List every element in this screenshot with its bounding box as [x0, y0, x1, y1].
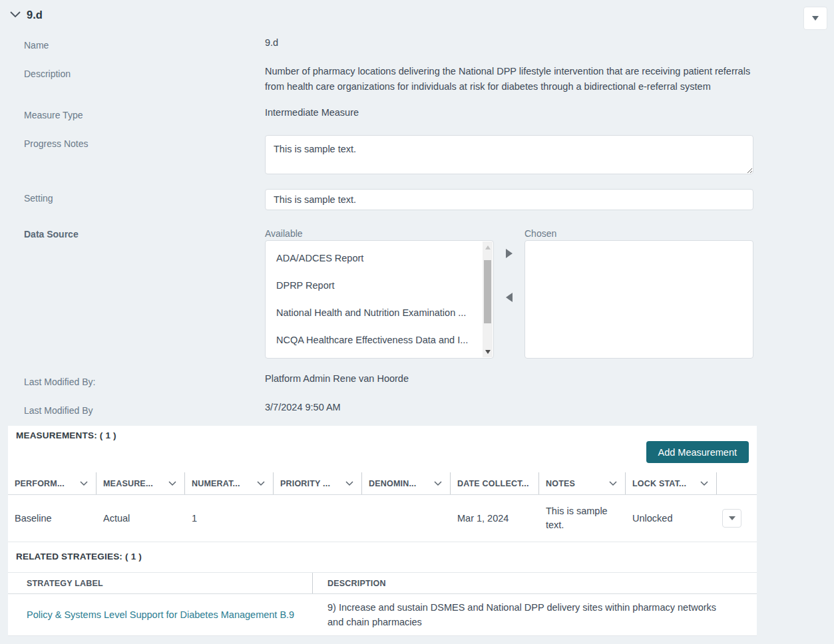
- header-menu-button[interactable]: [803, 7, 827, 30]
- cell-numerator: 1: [185, 512, 274, 526]
- chevron-down-icon: [609, 481, 617, 486]
- column-header-measure[interactable]: MEASURE...: [97, 472, 185, 494]
- cell-actions: [717, 509, 757, 528]
- cell-lock-status: Unlocked: [626, 512, 717, 526]
- last-modified-date-value: 3/7/2024 9:50 AM: [265, 402, 341, 412]
- related-strategies-header: STRATEGY LABEL DESCRIPTION: [8, 572, 757, 594]
- available-item[interactable]: NCQA Healthcare Effectiveness Data and I…: [266, 327, 480, 354]
- chosen-label: Chosen: [524, 228, 556, 239]
- chevron-down-icon: [434, 481, 442, 486]
- related-strategies-section-title: RELATED STRATEGIES: ( 1 ): [16, 552, 142, 562]
- name-value: 9.d: [265, 37, 278, 48]
- description-label: Description: [24, 69, 71, 79]
- column-header-actions: [717, 472, 757, 494]
- name-label: Name: [24, 40, 49, 51]
- available-item[interactable]: National Health and Nutrition Examinatio…: [266, 299, 480, 327]
- collapse-chevron-icon[interactable]: [9, 9, 21, 20]
- caret-down-icon: [812, 16, 819, 21]
- available-item[interactable]: DPRP Report: [266, 272, 480, 299]
- chevron-down-icon: [700, 481, 708, 486]
- related-strategy-row: Policy & Systems Level Support for Diabe…: [8, 594, 757, 636]
- measurements-table: PERFORM... MEASURE... NUMERAT... PRIORIT…: [8, 472, 757, 542]
- column-header-denominator[interactable]: DENOMIN...: [362, 472, 451, 494]
- strategy-link[interactable]: Policy & Systems Level Support for Diabe…: [27, 609, 294, 620]
- cell-date-collected: Mar 1, 2024: [451, 512, 539, 526]
- chevron-down-icon: [257, 481, 265, 486]
- measurements-panel: MEASUREMENTS: ( 1 ) Add Measurement PERF…: [8, 426, 757, 636]
- last-modified-by-label: Last Modified By:: [24, 377, 95, 387]
- measure-type-value: Intermediate Measure: [265, 107, 359, 118]
- move-left-button[interactable]: [506, 293, 513, 302]
- scroll-down-icon[interactable]: [483, 346, 493, 357]
- move-right-button[interactable]: [506, 249, 513, 258]
- setting-label: Setting: [24, 193, 53, 204]
- scroll-up-icon[interactable]: [483, 242, 493, 253]
- column-header-lock-status[interactable]: LOCK STAT...: [626, 472, 717, 494]
- column-header-numerator[interactable]: NUMERAT...: [185, 472, 274, 494]
- measurements-table-header: PERFORM... MEASURE... NUMERAT... PRIORIT…: [8, 472, 757, 495]
- chosen-listbox[interactable]: [524, 240, 753, 359]
- strategy-description: 9) Increase and sustain DSMES and Nation…: [313, 594, 757, 635]
- section-title: 9.d: [27, 9, 43, 21]
- column-header-strategy-label: STRATEGY LABEL: [8, 573, 313, 593]
- column-header-performance[interactable]: PERFORM...: [8, 472, 97, 494]
- progress-notes-label: Progress Notes: [24, 138, 88, 149]
- measure-type-label: Measure Type: [24, 110, 83, 120]
- column-header-notes[interactable]: NOTES: [539, 472, 626, 494]
- column-header-description: DESCRIPTION: [313, 573, 757, 593]
- data-source-label: Data Source: [24, 229, 79, 240]
- last-modified-date-label: Last Modified By: [24, 405, 93, 416]
- scroll-thumb[interactable]: [484, 260, 491, 323]
- available-label: Available: [265, 228, 303, 239]
- caret-down-icon: [729, 516, 735, 520]
- cell-notes: This is sample text.: [539, 504, 626, 532]
- setting-input[interactable]: [265, 189, 753, 210]
- column-header-date-collected[interactable]: DATE COLLECT...: [451, 472, 539, 494]
- scrollbar[interactable]: [483, 242, 493, 357]
- chevron-down-icon: [345, 481, 353, 486]
- cell-performance: Baseline: [8, 512, 97, 526]
- measurements-section-title: MEASUREMENTS: ( 1 ): [16, 430, 116, 440]
- cell-measure: Actual: [97, 512, 185, 526]
- available-item[interactable]: ADA/ADCES Report: [266, 245, 480, 272]
- description-value: Number of pharmacy locations delivering …: [265, 64, 757, 94]
- column-header-priority[interactable]: PRIORITY ...: [274, 472, 362, 494]
- related-strategies-table: STRATEGY LABEL DESCRIPTION Policy & Syst…: [8, 572, 757, 636]
- chevron-down-icon: [168, 481, 176, 486]
- add-measurement-button[interactable]: Add Measurement: [646, 441, 749, 463]
- chevron-down-icon: [80, 481, 88, 486]
- row-menu-button[interactable]: [722, 509, 741, 528]
- measurement-row: Baseline Actual 1 Mar 1, 2024 This is sa…: [8, 495, 757, 542]
- last-modified-by-value: Platform Admin Rene van Hoorde: [265, 373, 409, 384]
- available-listbox[interactable]: ADA/ADCES Report DPRP Report National He…: [265, 240, 494, 359]
- progress-notes-textarea[interactable]: This is sample text.: [265, 135, 753, 174]
